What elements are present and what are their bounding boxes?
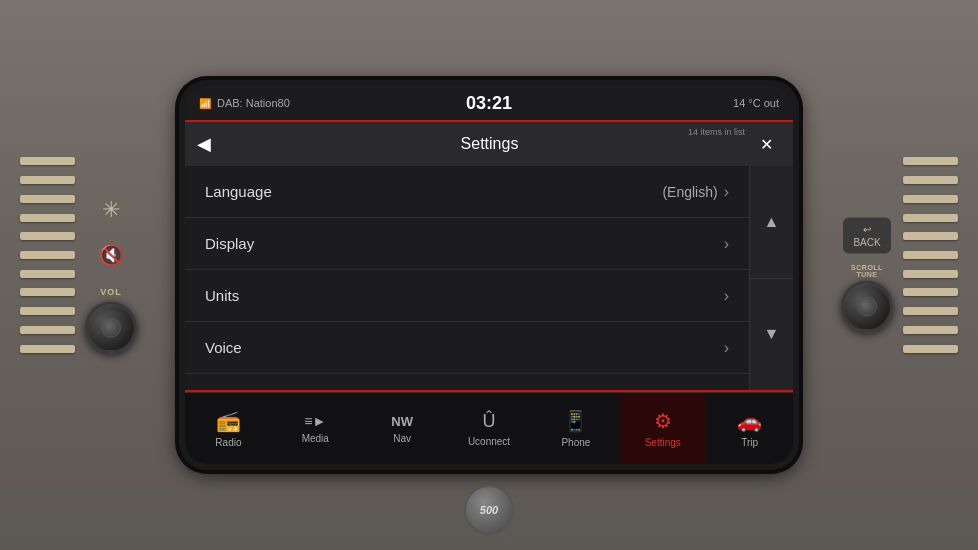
vent-slat	[903, 326, 958, 334]
controls-right: ↩ BACK SCROLLTUNE	[841, 218, 893, 333]
dab-icon: 📶	[199, 98, 211, 109]
nav-nav-label: Nav	[393, 433, 411, 444]
back-button[interactable]: ↩ BACK	[843, 218, 890, 254]
vent-slat	[20, 270, 75, 278]
vent-slat	[903, 288, 958, 296]
menu-item-voice[interactable]: Voice ›	[185, 322, 749, 374]
vent-slat	[903, 270, 958, 278]
nav-item-phone[interactable]: 📱 Phone	[532, 393, 619, 464]
brightness-icon: ✳	[102, 197, 120, 223]
units-label: Units	[205, 287, 724, 304]
back-arrow-icon: ↩	[863, 224, 871, 235]
status-time: 03:21	[466, 93, 512, 114]
scroll-tune-area: SCROLLTUNE	[841, 264, 893, 333]
uconnect-nav-label: Uconnect	[468, 436, 510, 447]
fiat-logo: 500	[464, 485, 514, 535]
media-nav-label: Media	[302, 433, 329, 444]
radio-nav-label: Radio	[215, 437, 241, 448]
mute-icon: 🔇	[99, 243, 124, 267]
uconnect-icon: Û	[483, 411, 496, 432]
vent-slat	[20, 345, 75, 353]
vent-slat	[20, 195, 75, 203]
settings-nav-label: Settings	[645, 437, 681, 448]
nav-item-trip[interactable]: 🚗 Trip	[706, 393, 793, 464]
vent-slat	[903, 157, 958, 165]
scroll-down-button[interactable]: ▼	[750, 279, 793, 391]
menu-item-units[interactable]: Units ›	[185, 270, 749, 322]
header-back-arrow[interactable]: ◀	[197, 133, 211, 155]
chevron-right-icon: ›	[724, 183, 729, 201]
menu-item-display[interactable]: Display ›	[185, 218, 749, 270]
trip-nav-label: Trip	[741, 437, 758, 448]
vent-slat	[903, 232, 958, 240]
vent-slat	[20, 307, 75, 315]
vent-slat	[903, 251, 958, 259]
vent-right	[903, 155, 958, 355]
voice-label: Voice	[205, 339, 724, 356]
phone-icon: 📱	[563, 409, 588, 433]
radio-station: DAB: Nation80	[217, 97, 290, 109]
nav-icon: NW	[391, 414, 413, 429]
media-icon: ≡►	[304, 413, 326, 429]
vent-slat	[20, 326, 75, 334]
nav-item-settings[interactable]: ⚙ Settings	[619, 393, 706, 464]
chevron-right-icon: ›	[724, 339, 729, 357]
chevron-right-icon: ›	[724, 235, 729, 253]
items-count: 14 items in list	[688, 127, 745, 137]
phone-nav-label: Phone	[561, 437, 590, 448]
volume-knob[interactable]	[85, 302, 137, 354]
screen-bezel: 📶 DAB: Nation80 03:21 14 °C out ◀ Settin…	[179, 80, 799, 470]
vent-slat	[20, 214, 75, 222]
menu-item-language[interactable]: Language (English) ›	[185, 166, 749, 218]
nav-item-nav[interactable]: NW Nav	[359, 393, 446, 464]
vol-area: VOL	[85, 287, 137, 354]
screen: 📶 DAB: Nation80 03:21 14 °C out ◀ Settin…	[185, 86, 793, 464]
display-label: Display	[205, 235, 724, 252]
menu-list: Language (English) › Display › Units › V…	[185, 166, 749, 390]
vent-slat	[903, 345, 958, 353]
vol-label: VOL	[100, 287, 122, 297]
scroll-tune-label: SCROLLTUNE	[851, 264, 883, 278]
knob-inner	[101, 318, 121, 338]
back-label: BACK	[853, 237, 880, 248]
close-button[interactable]: ✕	[760, 135, 773, 154]
vent-slat	[903, 214, 958, 222]
chevron-right-icon: ›	[724, 287, 729, 305]
nav-item-uconnect[interactable]: Û Uconnect	[446, 393, 533, 464]
page-title: Settings	[219, 135, 760, 153]
vent-slat	[903, 176, 958, 184]
language-value: (English)	[662, 184, 717, 200]
nav-item-media[interactable]: ≡► Media	[272, 393, 359, 464]
vent-slat	[20, 288, 75, 296]
vent-slat	[903, 195, 958, 203]
vent-slat	[20, 157, 75, 165]
menu-content: Language (English) › Display › Units › V…	[185, 166, 793, 390]
trip-icon: 🚗	[737, 409, 762, 433]
nav-bar: 📻 Radio ≡► Media NW Nav Û Uconnect 📱	[185, 392, 793, 464]
scroll-buttons: ▲ ▼	[749, 166, 793, 390]
vent-left	[20, 155, 75, 355]
status-temperature: 14 °C out	[733, 97, 779, 109]
vent-slat	[20, 232, 75, 240]
status-bar: 📶 DAB: Nation80 03:21 14 °C out	[185, 86, 793, 120]
scroll-up-button[interactable]: ▲	[750, 166, 793, 279]
car-surround: ✳ 🔇 VOL ↩ BACK SCROLLTUNE 📶	[0, 0, 978, 550]
scroll-tune-knob[interactable]	[841, 281, 893, 333]
controls-left: ✳ 🔇 VOL	[85, 197, 137, 354]
vent-slat	[20, 251, 75, 259]
vent-slat	[20, 176, 75, 184]
vent-slat	[903, 307, 958, 315]
nav-item-radio[interactable]: 📻 Radio	[185, 393, 272, 464]
header-bar: ◀ Settings 14 items in list ✕	[185, 122, 793, 166]
radio-icon: 📻	[216, 409, 241, 433]
knob-inner	[857, 297, 877, 317]
language-label: Language	[205, 183, 662, 200]
settings-gear-icon: ⚙	[654, 409, 672, 433]
status-left: 📶 DAB: Nation80	[199, 97, 290, 109]
